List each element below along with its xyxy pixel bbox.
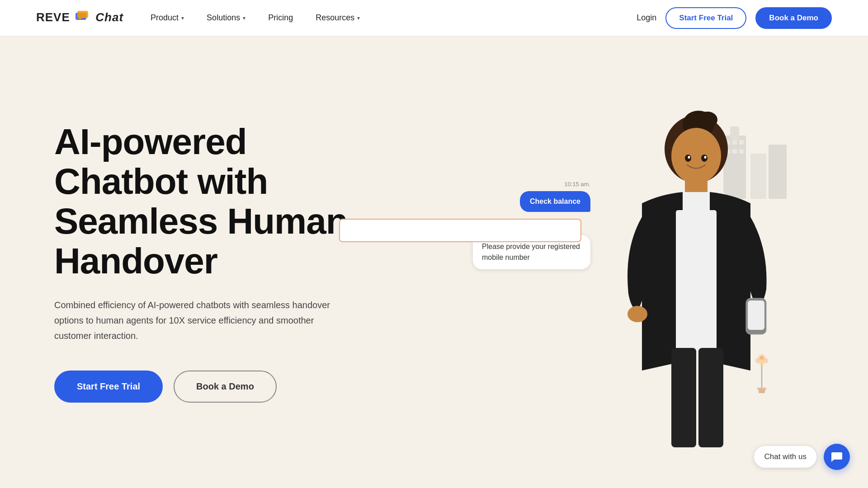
hero-image-area: 10:15 am. Check balance Anna. 10:15 am P…: [461, 36, 868, 488]
svg-point-37: [704, 156, 707, 159]
svg-point-25: [671, 128, 721, 184]
logo[interactable]: REVE Chat: [36, 10, 123, 25]
svg-point-36: [688, 156, 690, 159]
chat-input-bar: [339, 219, 581, 242]
svg-rect-12: [732, 149, 737, 154]
start-free-trial-hero-button[interactable]: Start Free Trial: [54, 371, 163, 403]
svg-point-34: [685, 155, 691, 162]
chat-icon: [830, 450, 843, 463]
chat-timestamp: 10:15 am.: [452, 181, 590, 188]
hero-content: AI-powered Chatbot with Seamless Human H…: [54, 122, 380, 403]
svg-point-24: [698, 112, 717, 128]
nav-item-product[interactable]: Product ▾: [151, 13, 184, 23]
chevron-down-icon: ▾: [181, 15, 184, 21]
svg-rect-30: [748, 300, 764, 330]
svg-rect-10: [739, 140, 744, 145]
chat-preview: 10:15 am. Check balance Anna. 10:15 am P…: [452, 181, 590, 269]
nav-item-resources[interactable]: Resources ▾: [316, 13, 360, 23]
user-chat-bubble: Check balance: [520, 191, 590, 212]
chat-widget-label: Chat with us: [754, 446, 816, 468]
login-button[interactable]: Login: [637, 13, 656, 23]
hero-title: AI-powered Chatbot with Seamless Human H…: [54, 122, 380, 281]
nav-item-solutions[interactable]: Solutions ▾: [207, 13, 245, 23]
nav-item-pricing[interactable]: Pricing: [268, 13, 293, 23]
nav-links: Product ▾ Solutions ▾ Pricing Resources …: [151, 13, 360, 23]
svg-rect-6: [750, 154, 766, 199]
svg-rect-9: [732, 140, 737, 145]
svg-rect-33: [698, 348, 723, 447]
svg-rect-1: [77, 11, 88, 18]
svg-rect-5: [730, 127, 739, 140]
svg-point-31: [627, 306, 647, 322]
chat-widget-button[interactable]: [824, 444, 850, 470]
logo-text: REVE Chat: [36, 10, 123, 25]
hero-subtitle: Combined efficiency of AI-powered chatbo…: [54, 297, 344, 343]
svg-rect-7: [769, 145, 787, 199]
hero-illustration: 10:15 am. Check balance Anna. 10:15 am P…: [533, 90, 796, 452]
svg-point-19: [760, 356, 764, 360]
chat-widget: Chat with us: [754, 444, 850, 470]
chevron-down-icon: ▾: [357, 15, 360, 21]
svg-rect-13: [739, 149, 744, 154]
hero-buttons: Start Free Trial Book a Demo: [54, 371, 380, 403]
chevron-down-icon: ▾: [243, 15, 245, 21]
navbar-right: Login Start Free Trial Book a Demo: [637, 7, 832, 29]
navbar: REVE Chat Product ▾ Solutions: [0, 0, 868, 36]
svg-rect-21: [757, 388, 766, 390]
book-demo-hero-button[interactable]: Book a Demo: [174, 371, 277, 403]
svg-rect-28: [676, 210, 717, 355]
navbar-left: REVE Chat Product ▾ Solutions: [36, 10, 360, 25]
start-free-trial-nav-button[interactable]: Start Free Trial: [665, 7, 746, 29]
book-demo-nav-button[interactable]: Book a Demo: [755, 7, 832, 29]
hero-section: AI-powered Chatbot with Seamless Human H…: [0, 36, 868, 488]
person-illustration: [579, 90, 814, 461]
svg-point-35: [701, 155, 708, 162]
svg-rect-32: [671, 348, 696, 447]
svg-point-18: [759, 361, 764, 366]
